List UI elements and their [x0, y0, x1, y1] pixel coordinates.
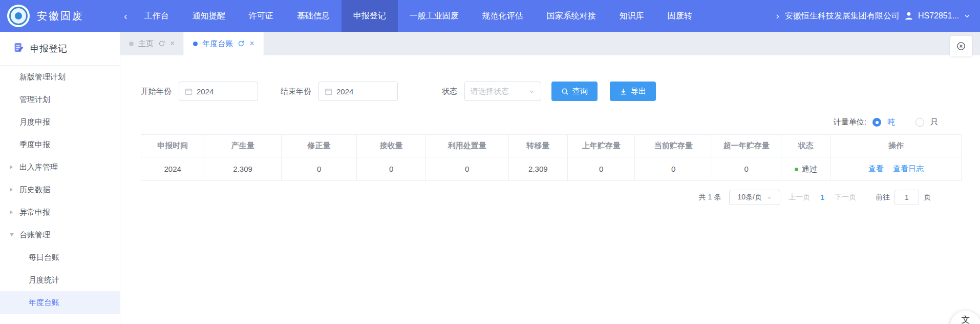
status-select[interactable]: 请选择状态	[464, 82, 541, 101]
tabbar-close-button[interactable]	[950, 36, 972, 56]
tab-status-dot	[129, 42, 134, 46]
page-size-value: 10条/页	[737, 193, 761, 202]
nav-item-general-industrial-waste[interactable]: 一般工业固废	[398, 0, 471, 32]
nav-collapse-arrow-icon[interactable]: ‹	[124, 10, 127, 22]
search-button[interactable]: 查询	[551, 82, 598, 101]
sidebar-item-annual-ledger[interactable]: 年度台账	[0, 291, 120, 314]
unit-selector: 计量单位: 吨 只	[141, 117, 962, 127]
filter-form: 开始年份 结束年份 状态 请选择状态	[141, 82, 962, 101]
search-button-label: 查询	[572, 87, 588, 96]
tab-annual-ledger[interactable]: 年度台账 ×	[184, 32, 264, 55]
status-badge: 通过	[795, 165, 817, 174]
prev-page-button[interactable]: 上一页	[789, 193, 810, 202]
table-row: 2024 2.309 0 0 0 2.309 0 0 0	[141, 157, 962, 181]
sidebar-item-new-management-plan[interactable]: 新版管理计划	[0, 66, 120, 88]
unit-option-ton-label[interactable]: 吨	[887, 117, 895, 127]
goto-page-input[interactable]	[894, 190, 919, 205]
nav-item-waste-transfer[interactable]: 固废转	[656, 0, 704, 32]
top-navbar: 安徽固废 ‹ 工作台 通知提醒 许可证 基础信息 申报登记 一般工业固废 规范化…	[0, 0, 980, 32]
circle-close-icon	[955, 40, 967, 52]
table-cell: 2.309	[508, 157, 567, 181]
next-page-button[interactable]: 下一页	[835, 193, 856, 202]
nav-item-notifications[interactable]: 通知提醒	[181, 0, 237, 32]
nav-item-basic-info[interactable]: 基础信息	[285, 0, 342, 32]
export-button-label: 导出	[631, 87, 646, 96]
page-size-select[interactable]: 10条/页	[729, 190, 780, 205]
table-header-cell: 操作	[831, 135, 962, 157]
view-link[interactable]: 查看	[868, 164, 884, 173]
expand-down-icon	[10, 233, 14, 236]
table-header-cell: 产生量	[204, 135, 282, 157]
sidebar-item-label: 历史数据	[19, 185, 50, 195]
sidebar-item-daily-ledger[interactable]: 每日台账	[0, 246, 120, 269]
close-icon[interactable]: ×	[249, 39, 254, 48]
table-cell: 0	[712, 157, 781, 181]
topbar-right: › 安徽恒生科技发展集团有限公司 HS72851...	[776, 10, 971, 22]
sidebar-item-label: 出入库管理	[19, 163, 58, 172]
nav-item-declaration[interactable]: 申报登记	[342, 0, 398, 32]
expand-right-icon	[10, 188, 13, 192]
user-icon	[904, 11, 913, 21]
main-layout: 申报登记 新版管理计划 管理计划 月度申报 季度申报 出入库管理 历史数据 异常…	[0, 32, 980, 324]
view-log-link[interactable]: 查看日志	[893, 164, 924, 173]
start-year-input[interactable]	[197, 87, 248, 96]
table-header-cell: 上年贮存量	[568, 135, 635, 157]
user-menu-chevron-icon[interactable]	[964, 12, 971, 19]
pagination: 共 1 条 10条/页 上一页 1 下一页 前往 页	[141, 190, 962, 205]
table-cell: 0	[425, 157, 508, 181]
table-cell: 0	[568, 157, 635, 181]
app-logo-icon	[7, 5, 30, 27]
tab-home[interactable]: 主页 ×	[120, 32, 184, 55]
declaration-doc-icon	[13, 42, 24, 55]
user-id[interactable]: HS72851...	[918, 11, 959, 21]
table-header-cell: 转移量	[508, 135, 567, 157]
sidebar-header: 申报登记	[0, 32, 120, 66]
export-button[interactable]: 导出	[610, 82, 656, 101]
calendar-icon	[325, 88, 332, 95]
sidebar-item-quarterly-declaration[interactable]: 季度申报	[0, 133, 120, 156]
unit-radio-piece[interactable]	[915, 118, 924, 127]
annual-ledger-table: 申报时间 产生量 修正量 接收量 利用处置量 转移量 上年贮存量 当前贮存量 超…	[141, 134, 962, 181]
table-header-cell: 当前贮存量	[635, 135, 712, 157]
table-header-row: 申报时间 产生量 修正量 接收量 利用处置量 转移量 上年贮存量 当前贮存量 超…	[141, 135, 962, 157]
end-year-input[interactable]	[336, 87, 388, 96]
end-year-label: 结束年份	[281, 87, 311, 96]
content-column: 主页 × 年度台账 ×	[120, 32, 980, 324]
unit-option-piece-label[interactable]: 只	[930, 117, 938, 127]
nav-item-workbench[interactable]: 工作台	[133, 0, 181, 32]
goto-unit-label: 页	[924, 193, 931, 202]
sidebar-item-label: 台账管理	[19, 230, 50, 240]
search-icon	[561, 88, 569, 95]
close-icon[interactable]: ×	[170, 39, 175, 48]
sidebar-item-inout-warehouse[interactable]: 出入库管理	[0, 156, 120, 178]
sidebar-item-monthly-stats[interactable]: 月度统计	[0, 269, 120, 291]
table-cell: 2.309	[204, 157, 282, 181]
refresh-icon[interactable]	[238, 40, 245, 47]
table-cell: 0	[635, 157, 712, 181]
tab-label: 年度台账	[202, 39, 233, 49]
status-text: 通过	[802, 165, 817, 174]
end-year-field[interactable]	[318, 82, 398, 101]
sidebar-item-abnormal-declaration[interactable]: 异常申报	[0, 201, 120, 224]
sidebar-menu: 新版管理计划 管理计划 月度申报 季度申报 出入库管理 历史数据 异常申报 台账…	[0, 66, 120, 314]
nav-item-license[interactable]: 许可证	[237, 0, 285, 32]
page-number-1[interactable]: 1	[820, 193, 824, 201]
unit-radio-ton[interactable]	[872, 118, 881, 127]
nav-item-national-system[interactable]: 国家系统对接	[535, 0, 608, 32]
sidebar-item-monthly-declaration[interactable]: 月度申报	[0, 111, 120, 133]
nav-item-standard-assessment[interactable]: 规范化评估	[471, 0, 535, 32]
nav-more-arrow-icon[interactable]: ›	[776, 10, 779, 22]
table-cell: 0	[281, 157, 356, 181]
status-placeholder: 请选择状态	[471, 87, 509, 96]
start-year-field[interactable]	[179, 82, 258, 101]
sidebar-item-management-plan[interactable]: 管理计划	[0, 88, 120, 111]
nav-item-knowledge-base[interactable]: 知识库	[608, 0, 656, 32]
table-header-cell: 接收量	[357, 135, 426, 157]
main-nav: 工作台 通知提醒 许可证 基础信息 申报登记 一般工业固废 规范化评估 国家系统…	[133, 0, 704, 32]
calendar-icon	[185, 88, 193, 95]
refresh-icon[interactable]	[158, 40, 165, 47]
expand-right-icon	[10, 165, 13, 169]
sidebar-item-ledger-management[interactable]: 台账管理	[0, 224, 120, 246]
status-label: 状态	[442, 87, 457, 96]
sidebar-item-history-data[interactable]: 历史数据	[0, 178, 120, 201]
